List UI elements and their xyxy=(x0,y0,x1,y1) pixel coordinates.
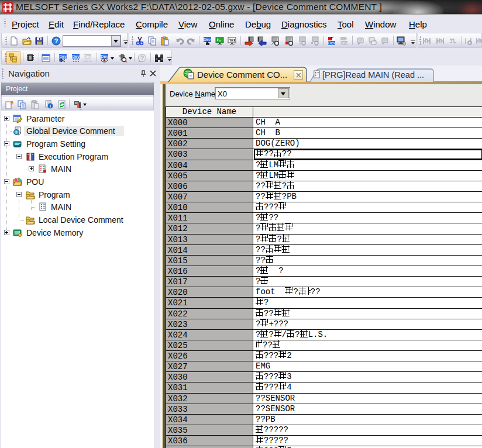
svg-text:i: i xyxy=(50,104,51,108)
svg-text:?: ? xyxy=(54,37,58,44)
svg-text:Dev: Dev xyxy=(328,41,336,45)
svg-text:Dev: Dev xyxy=(204,37,211,42)
svg-text:Dev: Dev xyxy=(59,54,67,58)
svg-text:Dev: Dev xyxy=(72,54,80,58)
svg-text:?: ? xyxy=(140,55,144,61)
svg-text:Dev: Dev xyxy=(101,54,108,58)
svg-text:Dev: Dev xyxy=(340,41,348,45)
svg-text:CC-L: CC-L xyxy=(83,59,92,63)
svg-text:Dev: Dev xyxy=(84,54,91,58)
